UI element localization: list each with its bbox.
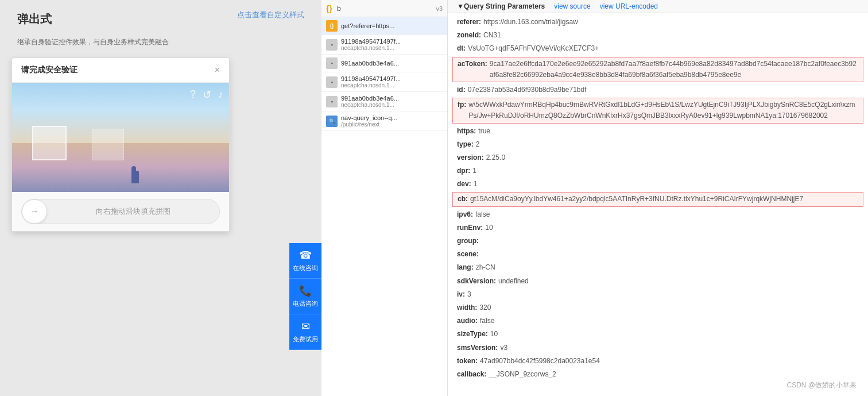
param-key-11: cb:: [458, 194, 468, 205]
param-key-2: dt:: [457, 43, 466, 54]
network-item-2[interactable]: ▪ 91198a495471497f... necaptcha.nosdn.1.…: [321, 35, 447, 55]
float-buttons: ☎ 在线咨询 📞 电话咨询 ✉ 免费试用: [289, 243, 321, 350]
params-content: referer:https://dun.163.com/trial/jigsaw…: [448, 13, 868, 383]
captcha-slider-area: → 向右拖动滑块填充拼图: [12, 192, 229, 231]
param-value-4: 07e2387ab53a4d6f930b8d9a9be71bdf: [468, 84, 587, 95]
network-item-url-6: /public/res/next: [341, 121, 397, 128]
param-value-24: __JSONP_9zcorws_2: [489, 369, 556, 380]
param-row-9: dpr:1: [448, 164, 868, 178]
watermark: CSDN @傲娇的小苹果: [786, 380, 857, 390]
param-row-18: iv:3: [448, 288, 868, 301]
param-value-13: 10: [485, 222, 493, 233]
param-key-21: sizeType:: [457, 329, 488, 340]
network-item-4[interactable]: ▪ 91198a495471497f... necaptcha.nosdn.1.…: [321, 72, 447, 92]
network-item-6[interactable]: 🔍 nav-query_icon--q... /public/res/next: [321, 112, 447, 131]
slider-handle[interactable]: →: [22, 199, 47, 224]
param-value-9: 1: [472, 166, 476, 176]
free-trial-button[interactable]: ✉ 免费试用: [289, 314, 321, 350]
param-key-12: ipv6:: [457, 209, 473, 220]
param-row-19: width:320: [448, 301, 868, 314]
param-row-22: smsVersion:v3: [448, 341, 868, 355]
audio-icon[interactable]: ♪: [218, 89, 223, 101]
json-bracket-icon: {}: [326, 4, 332, 13]
param-value-3: 9ca17ae2e6ffcda170e2e6ee92e65292ab8fd7aa…: [490, 59, 858, 80]
param-row-5: fp:w\5cWWxkPdawYrmRBqHp4buc9mBwRVRtGxdI1…: [452, 98, 863, 123]
network-item-name-3: 991aab0bdb3e4a6...: [341, 60, 399, 67]
param-value-5: w\5cWWxkPdawYrmRBqHp4buc9mBwRVRtGxdI1bLd…: [468, 99, 858, 121]
param-key-17: sdkVersion:: [457, 276, 496, 287]
param-row-15: scene:: [448, 248, 868, 261]
network-item-text-6: nav-query_icon--q... /public/res/next: [341, 114, 397, 128]
captcha-icons-row: ? ↺ ♪: [190, 89, 223, 101]
online-consult-label: 在线咨询: [293, 264, 318, 272]
param-key-0: referer:: [457, 17, 481, 28]
network-item-text-3: 991aab0bdb3e4a6...: [341, 60, 399, 67]
request-type-icon-2: ▪: [326, 39, 338, 51]
param-value-22: v3: [500, 343, 507, 353]
network-item-1[interactable]: {} get?referer=https...: [321, 17, 447, 35]
page-desc: 继承自身验证控件效果，与自身业务样式完美融合: [17, 37, 304, 47]
puzzle-slider-piece: [32, 126, 67, 160]
param-value-20: false: [480, 316, 494, 326]
network-item-url-2: necaptcha.nosdn.1...: [341, 45, 401, 51]
params-header: ▼Query String Parameters view source vie…: [448, 0, 868, 13]
captcha-slider-bar[interactable]: → 向右拖动滑块填充拼图: [21, 199, 220, 224]
param-value-11: gt15AcM/diCa9oyYy.lbdYw461+a2yy2/bdpqlc5…: [470, 194, 803, 205]
param-key-1: zoneId:: [457, 30, 481, 41]
param-row-7: type:2: [448, 138, 868, 151]
online-consult-button[interactable]: ☎ 在线咨询: [289, 243, 321, 279]
view-source-link[interactable]: view source: [554, 2, 590, 10]
param-row-8: version:2.25.0: [448, 151, 868, 164]
param-key-8: version:: [457, 152, 484, 163]
view-url-encoded-link[interactable]: view URL-encoded: [600, 2, 658, 10]
params-panel: ▼Query String Parameters view source vie…: [448, 0, 868, 396]
network-item-text-5: 991aab0bdb3e4a6... necaptcha.nosdn.1...: [341, 95, 399, 108]
captcha-bg: ? ↺ ♪: [12, 83, 229, 192]
param-row-12: ipv6:false: [448, 208, 868, 221]
param-key-15: scene:: [457, 249, 479, 260]
param-value-8: 2.25.0: [486, 152, 505, 163]
param-key-14: group:: [457, 236, 479, 247]
param-row-11: cb:gt15AcM/diCa9oyYy.lbdYw461+a2yy2/bdpq…: [452, 192, 863, 206]
network-item-3[interactable]: ▪ 991aab0bdb3e4a6...: [321, 55, 447, 72]
captcha-header: 请完成安全验证 ×: [12, 58, 229, 83]
param-key-3: acToken:: [458, 59, 487, 80]
phone-consult-button[interactable]: 📞 电话咨询: [289, 279, 321, 314]
param-value-2: VsUoTG+qdF5AFhFVQVeVi/qKcXE7CF3+: [468, 43, 599, 54]
param-row-0: referer:https://dun.163.com/trial/jigsaw: [448, 16, 868, 29]
refresh-icon[interactable]: ↺: [203, 89, 211, 101]
request-type-icon-1: {}: [326, 20, 338, 32]
left-panel-top: 弹出式 点击查看自定义样式 继承自身验证控件效果，与自身业务样式完美融合: [0, 0, 321, 59]
captcha-close-button[interactable]: ×: [215, 65, 220, 75]
param-row-14: group:: [448, 234, 868, 248]
param-value-0: https://dun.163.com/trial/jigsaw: [483, 17, 578, 28]
param-row-13: runEnv:10: [448, 221, 868, 234]
request-type-icon-3: ▪: [326, 57, 338, 69]
network-item-5[interactable]: ▪ 991aab0bdb3e4a6... necaptcha.nosdn.1..…: [321, 92, 447, 112]
network-item-name-2: 91198a495471497f...: [341, 38, 401, 45]
param-row-20: audio:false: [448, 314, 868, 328]
help-icon[interactable]: ?: [190, 89, 196, 101]
param-row-17: sdkVersion:undefined: [448, 275, 868, 288]
param-key-13: runEnv:: [457, 222, 483, 233]
param-value-17: undefined: [498, 276, 529, 287]
devtools-network-panel: {} b v3 {} get?referer=https... ▪ 91198a…: [321, 0, 448, 396]
param-key-19: width:: [457, 302, 477, 313]
param-key-23: token:: [457, 356, 478, 367]
param-key-5: fp:: [458, 99, 466, 121]
custom-style-link[interactable]: 点击查看自定义样式: [237, 10, 304, 20]
param-value-18: 3: [467, 289, 471, 300]
param-value-19: 320: [479, 302, 491, 313]
headset-icon: ☎: [299, 249, 312, 262]
slider-text: 向右拖动滑块填充拼图: [47, 206, 219, 217]
request-type-icon-4: ▪: [326, 76, 338, 88]
request-type-icon-5: ▪: [326, 96, 338, 107]
network-item-text-2: 91198a495471497f... necaptcha.nosdn.1...: [341, 38, 401, 51]
param-key-9: dpr:: [457, 166, 470, 176]
param-row-2: dt:VsUoTG+qdF5AFhFVQVeVi/qKcXE7CF3+: [448, 42, 868, 55]
param-key-24: callback:: [457, 369, 486, 380]
param-value-10: 1: [474, 179, 478, 190]
phone-consult-label: 电话咨询: [293, 299, 318, 308]
param-value-12: false: [475, 209, 490, 220]
network-item-text-4: 91198a495471497f... necaptcha.nosdn.1...: [341, 75, 401, 89]
